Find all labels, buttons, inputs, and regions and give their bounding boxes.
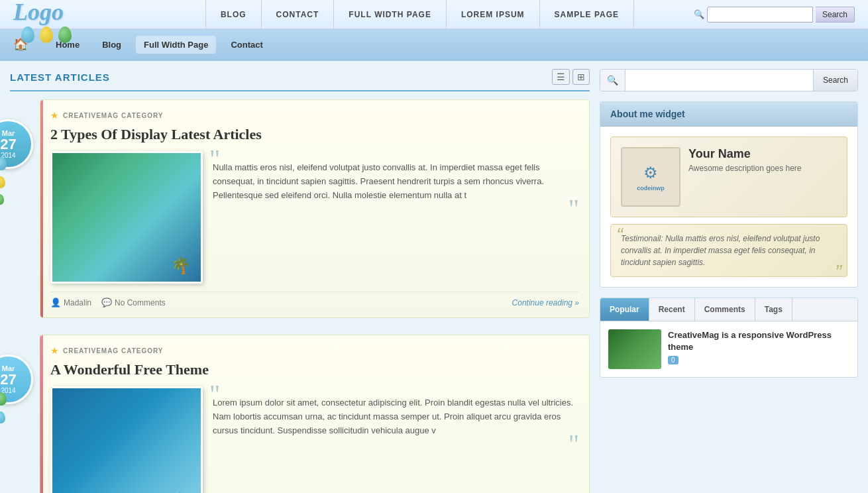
quote-close-2: ": [569, 437, 579, 451]
popular-post-comments: 0: [668, 356, 849, 364]
author-icon-1: 👤: [50, 298, 61, 307]
article-card-2: Mar 27 2014 ★ CREATIVEMAG CATEGORY A Won…: [40, 335, 590, 493]
profile-avatar: ⚙ codeinwp: [621, 147, 680, 207]
profile-name: Your Name: [688, 147, 837, 161]
tab-popular[interactable]: Popular: [600, 298, 649, 321]
deco-balloon-1: [0, 157, 7, 170]
deco-balloon-4: [0, 392, 7, 406]
profile-card: ⚙ codeinwp Your Name Awesome description…: [610, 137, 847, 217]
article-image-1: [50, 151, 203, 284]
second-nav-blog[interactable]: Blog: [94, 36, 129, 54]
deco-balloon-5: [0, 411, 5, 423]
top-search-button[interactable]: Search: [816, 7, 855, 23]
deco-balloon-blue: [21, 27, 34, 43]
nav-blog[interactable]: BLOG: [205, 0, 262, 29]
article-title-1[interactable]: 2 Types Of Display Latest Articles: [50, 126, 579, 143]
sidebar-search-input[interactable]: [625, 70, 813, 91]
nav-sample[interactable]: SAMPLE PAGE: [540, 0, 634, 29]
sidebar-search-icon: 🔍: [600, 70, 625, 91]
profile-desc: Awesome description goes here: [688, 164, 837, 173]
deco-balloon-2: [0, 176, 5, 188]
second-nav-contact[interactable]: Contact: [223, 36, 270, 54]
nav-lorem[interactable]: LOREM IPSUM: [447, 0, 540, 29]
quote-close-1: ": [569, 202, 579, 215]
deco-balloon-3: [0, 194, 4, 205]
site-logo[interactable]: Logo: [13, 0, 73, 24]
testimonial: Testimonail: Nulla mattis eros nisl, ele…: [610, 224, 847, 277]
sidebar-search-button[interactable]: Search: [813, 70, 857, 91]
comment-icon-1: 💬: [101, 298, 112, 307]
category-star-1: ★: [50, 110, 59, 121]
article-excerpt-1: " Nulla mattis eros nisl, eleifend volut…: [213, 151, 579, 284]
popular-post-item: CreativeMag is a responsive WordPress th…: [608, 329, 849, 369]
comment-count-bubble: 0: [668, 356, 678, 364]
tabs-nav: Popular Recent Comments Tags: [600, 298, 857, 321]
gear-icon: ⚙: [637, 162, 665, 184]
popular-post-title[interactable]: CreativeMag is a responsive WordPress th…: [668, 329, 849, 353]
tab-tags[interactable]: Tags: [755, 298, 792, 321]
section-title: LATEST ARTICLES: [10, 72, 110, 83]
sidebar: 🔍 Search About me widget ⚙ codeinwp Your: [600, 69, 858, 493]
article-title-2[interactable]: A Wonderful Free Theme: [50, 361, 579, 378]
category-star-2: ★: [50, 345, 59, 356]
about-me-widget: About me widget ⚙ codeinwp Your Name Awe…: [600, 101, 858, 288]
quote-open-2: ": [209, 381, 220, 408]
nav-full-width[interactable]: FULL WIDTH PAGE: [334, 0, 447, 29]
article-image-2: [50, 386, 203, 493]
popular-thumb: [608, 329, 661, 369]
search-icon: 🔍: [694, 9, 704, 19]
second-nav-full-width[interactable]: Full Width Page: [136, 36, 216, 54]
nav-contact[interactable]: CONTACT: [262, 0, 335, 29]
about-me-title: About me widget: [600, 102, 857, 127]
deco-balloon-yellow: [40, 27, 53, 43]
quote-open-1: ": [209, 146, 220, 172]
category-text-2: CREATIVEMAG CATEGORY: [63, 347, 163, 355]
article-comments-1[interactable]: 💬 No Comments: [101, 298, 166, 307]
continue-link-1[interactable]: Continue reading »: [512, 298, 579, 307]
tab-recent[interactable]: Recent: [649, 298, 695, 321]
grid-view-toggle[interactable]: ⊞: [572, 69, 590, 85]
deco-balloon-green: [58, 27, 72, 43]
top-search-input[interactable]: [707, 7, 813, 23]
category-text-1: CREATIVEMAG CATEGORY: [63, 112, 163, 119]
list-view-toggle[interactable]: ☰: [552, 69, 570, 85]
article-excerpt-2: " Lorem ipsum dolor sit amet, consectetu…: [213, 386, 579, 493]
article-author-1: 👤 Madalin: [50, 298, 91, 307]
tab-comments[interactable]: Comments: [695, 298, 755, 321]
sidebar-search-bar: 🔍 Search: [600, 69, 858, 91]
tabs-widget: Popular Recent Comments Tags CreativeMag…: [600, 298, 858, 378]
article-card-1: Mar 27 2014 ★ CREATIVEMAG CATEGORY 2 Typ…: [40, 99, 590, 318]
